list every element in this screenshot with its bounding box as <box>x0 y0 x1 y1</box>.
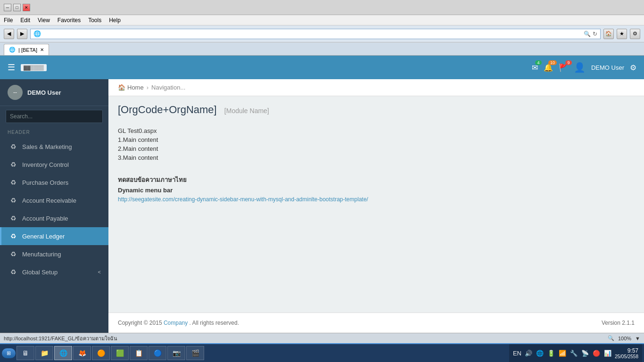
sidebar-item-purchase[interactable]: ♻ Purchase Orders <box>0 173 108 191</box>
sidebar-item-gl[interactable]: ♻ General Ledger <box>0 227 108 245</box>
copyright-text: Copyright © 2015 <box>118 320 162 326</box>
main-content: GL Test0.aspx 1.Main content 2.Main cont… <box>108 121 644 313</box>
flag-btn[interactable]: 🚩 9 <box>559 63 568 72</box>
sidebar-user: -- DEMO User <box>0 79 108 106</box>
hamburger-btn[interactable]: ☰ <box>8 62 15 73</box>
status-url-text: http://localhost:1921/FAKE_GL/ข้อความตาม… <box>4 334 117 343</box>
browser-tab[interactable]: 🌐 | [BETA] ✕ <box>4 44 49 55</box>
home-btn[interactable]: 🏠 <box>603 29 614 39</box>
menu-edit[interactable]: Edit <box>20 17 30 24</box>
content-line-1: GL Test0.aspx <box>118 127 635 134</box>
app6-icon: 🎬 <box>190 348 200 358</box>
mail-btn[interactable]: ✉ 4 <box>532 63 538 72</box>
taskbar-app3[interactable]: 📋 <box>130 346 148 360</box>
header-logo: ▓▓▒▒▒▒ <box>21 64 47 71</box>
content-line-3: 2.Main content <box>118 145 635 152</box>
taskbar-ie[interactable]: 🖥 <box>17 346 34 360</box>
ie-icon: 🖥 <box>21 348 30 358</box>
network-icon[interactable]: 🌐 <box>536 349 544 357</box>
app3-icon: 📋 <box>134 348 143 358</box>
tray-icon-3[interactable]: 🔴 <box>592 349 601 357</box>
favorites-btn[interactable]: ★ <box>617 29 627 39</box>
signal-icon[interactable]: 📶 <box>558 349 567 357</box>
refresh-icon[interactable]: ↻ <box>593 31 597 37</box>
sidebar-item-ap[interactable]: ♻ Account Payable <box>0 209 108 227</box>
zoom-icon: 🔍 <box>608 335 614 341</box>
language-indicator[interactable]: EN <box>513 349 521 357</box>
menu-help[interactable]: Help <box>109 17 121 24</box>
taskbar: ⊞ 🖥 📁 🌐 🦊 🟠 🟩 📋 🔵 📷 🎬 <box>0 343 644 362</box>
header-right: ✉ 4 🔔 10 🚩 9 👤 DEMO User ⚙ <box>532 62 636 73</box>
zoom-dropdown[interactable]: ▼ <box>635 336 640 341</box>
sidebar-item-inventory[interactable]: ♻ Inventory Control <box>0 156 108 173</box>
maximize-btn[interactable]: □ <box>13 4 21 11</box>
browser-menubar: File Edit View Favorites Tools Help <box>0 15 644 25</box>
taskbar-app1[interactable]: 🟠 <box>92 346 110 360</box>
header-settings-btn[interactable]: ⚙ <box>630 63 636 72</box>
global-icon: ♻ <box>9 268 17 276</box>
module-name: [Module Name] <box>224 107 269 115</box>
breadcrumb-home[interactable]: 🏠 Home <box>118 84 144 91</box>
manufacturing-icon: ♻ <box>9 250 17 258</box>
sidebar-item-manufacturing[interactable]: ♻ Menufacturing <box>0 245 108 263</box>
start-button[interactable]: ⊞ <box>2 348 16 358</box>
taskbar-explorer[interactable]: 📁 <box>35 346 53 360</box>
tab-close-btn[interactable]: ✕ <box>40 47 44 52</box>
taskbar-app6[interactable]: 🎬 <box>186 346 204 360</box>
url-input[interactable]: http://localhost:1921/FAKE_GL/Test0 <box>43 31 582 37</box>
tray-icon-4[interactable]: 📊 <box>603 349 612 357</box>
taskbar-app5[interactable]: 📷 <box>167 346 185 360</box>
taskbar-app4[interactable]: 🔵 <box>149 346 166 360</box>
header-username[interactable]: DEMO User <box>591 64 624 71</box>
inventory-icon: ♻ <box>9 161 17 168</box>
address-bar: 🌐 http://localhost:1921/FAKE_GL/Test0 🔍 … <box>30 29 601 39</box>
footer: Copyright © 2015 Company . All rights re… <box>108 313 644 333</box>
home-icon: 🏠 <box>118 84 125 91</box>
tray-icon-2[interactable]: 📡 <box>581 349 589 357</box>
menu-view[interactable]: View <box>38 17 50 24</box>
sidebar-item-ar[interactable]: ♻ Account Receivable <box>0 191 108 209</box>
tray-icon-1[interactable]: 🔧 <box>570 349 578 357</box>
sidebar-item-label: General Ledger <box>22 233 65 240</box>
minimize-btn[interactable]: ─ <box>4 4 11 11</box>
user-avatar-btn[interactable]: 👤 <box>574 62 586 73</box>
sidebar-search-container <box>0 106 108 127</box>
bell-btn[interactable]: 🔔 10 <box>544 63 553 72</box>
menu-file[interactable]: File <box>4 17 13 24</box>
company-link[interactable]: Company <box>164 320 188 326</box>
browser-statusbar: http://localhost:1921/FAKE_GL/ข้อความตาม… <box>0 333 644 343</box>
sound-icon[interactable]: 🔊 <box>524 349 533 357</box>
sidebar-item-label: Sales & Marketing <box>22 143 72 150</box>
search-input[interactable] <box>6 110 103 123</box>
firefox-icon: 🦊 <box>77 348 87 358</box>
battery-icon[interactable]: 🔋 <box>547 349 555 357</box>
dynamic-menu-label: Dynamic menu bar <box>118 187 635 194</box>
tab-icon: 🌐 <box>9 47 16 53</box>
taskbar-firefox[interactable]: 🦊 <box>73 346 91 360</box>
taskbar-app2[interactable]: 🟩 <box>111 346 129 360</box>
app-header: ☰ ▓▓▒▒▒▒ ✉ 4 🔔 10 🚩 9 👤 D <box>0 56 644 79</box>
thai-text: ทดสอบข้อความภาษาไทย <box>118 175 635 185</box>
content-area: 🏠 Home › Navigation... [OrgCode+OrgName]… <box>108 79 644 333</box>
back-btn[interactable]: ◀ <box>4 29 14 39</box>
forward-btn[interactable]: ▶ <box>17 29 27 39</box>
app2-icon: 🟩 <box>115 348 124 358</box>
menu-favorites[interactable]: Favorites <box>58 17 81 24</box>
sidebar-section-header: HEADER <box>0 127 108 138</box>
breadcrumb-current: Navigation... <box>151 84 185 91</box>
clock-time: 9:57 <box>615 347 638 354</box>
content-line-4: 3.Main content <box>118 154 635 161</box>
system-clock[interactable]: 9:57 25/05/2558 <box>615 347 638 359</box>
clock-date: 25/05/2558 <box>615 354 638 359</box>
sidebar-item-global[interactable]: ♻ Global Setup < <box>0 263 108 281</box>
close-btn[interactable]: ✕ <box>23 4 30 11</box>
dynamic-menu-link[interactable]: http://seegatesite.com/creating-dynamic-… <box>118 196 368 203</box>
browser-icon: 🌐 <box>33 30 41 37</box>
app-wrapper: ☰ ▓▓▒▒▒▒ ✉ 4 🔔 10 🚩 9 👤 D <box>0 56 644 333</box>
content-line-2: 1.Main content <box>118 136 635 143</box>
settings-nav-btn[interactable]: ⚙ <box>630 29 640 39</box>
sidebar-item-sales[interactable]: ♻ Sales & Marketing <box>0 138 108 156</box>
menu-tools[interactable]: Tools <box>88 17 101 24</box>
taskbar-browser[interactable]: 🌐 <box>54 346 72 360</box>
flag-badge: 9 <box>565 60 572 65</box>
